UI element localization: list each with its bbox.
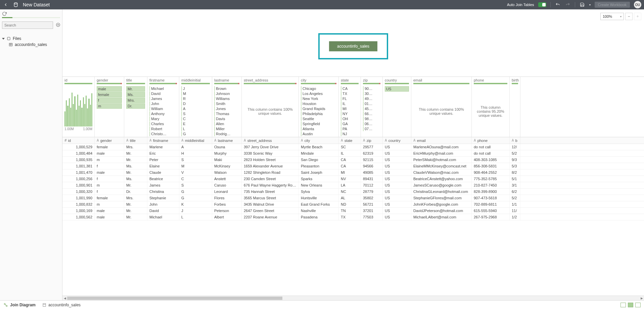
profile-email[interactable]: emailThis column contains 100% unique va… [411,77,472,137]
top-value[interactable]: Miller [214,126,239,131]
table-row[interactable]: 1,001,381fMs.ElaineMMcKinsey1659 Alexand… [62,163,644,169]
column-header-firstname[interactable]: Afirstname [147,137,179,144]
scroll-right-icon[interactable]: ▶ [639,297,644,300]
top-value[interactable]: OH [341,116,359,121]
table-row[interactable]: 1,000,484maleMr.EricHMurphy3338 Scenic W… [62,150,644,157]
top-value[interactable]: G [181,132,210,136]
top-value[interactable]: D [181,101,210,106]
tab-join-diagram[interactable]: Join Diagram [3,303,36,307]
view-mode-1[interactable] [620,303,626,307]
table-row[interactable]: 1,001,990femaleMrs.StephanieGFlores3565 … [62,195,644,201]
scrollbar-thumb[interactable] [67,297,282,300]
table-row[interactable]: 1,000,935mMr.PeterSMaki2823 Holden Stree… [62,157,644,163]
top-value[interactable]: 06… [363,121,380,126]
table-row[interactable]: 1,000,169maleMr.DavidJPeterson2647 Green… [62,208,644,214]
column-header-state[interactable]: Astate [339,137,361,144]
profile-street_address[interactable]: street_addressThis column contains 100% … [242,77,299,137]
top-value[interactable]: Charles [149,121,177,126]
top-value[interactable]: Jones [214,106,239,111]
column-header-middleinitial[interactable]: Amiddleinitial [179,137,212,144]
top-value[interactable]: 98… [363,116,380,121]
top-value[interactable]: M [181,91,210,96]
top-value[interactable]: Houston [301,101,336,106]
top-value[interactable]: Austin [301,132,336,136]
top-value[interactable]: Smith [214,101,239,106]
column-header-city[interactable]: Acity [299,137,339,144]
redo-icon[interactable] [565,2,571,8]
top-value[interactable]: NJ [341,132,359,136]
top-value[interactable]: GA [341,121,359,126]
column-header-country[interactable]: Acountry [383,137,411,144]
profile-state[interactable]: stateCATXFLILMINYOHGAPANJ [339,77,361,137]
top-value[interactable]: IL [341,101,359,106]
avatar[interactable]: OU [634,1,641,8]
top-value[interactable]: 90… [363,86,380,91]
save-caret-icon[interactable]: ▾ [589,3,591,6]
auto-join-toggle[interactable] [538,2,546,7]
top-value[interactable]: Williams [214,96,239,101]
top-value[interactable]: Rodrig… [214,132,239,136]
profile-id[interactable]: id1.00M1.00M [62,77,95,137]
zoom-select[interactable]: 100% ▾ [600,13,624,20]
column-header-email[interactable]: Aemail [411,137,472,144]
top-value[interactable]: New York [301,96,336,101]
top-value[interactable]: US [385,86,409,92]
table-row[interactable]: 1,000,562maleMr.MichaelLAlbert2207 Roane… [62,214,644,220]
top-value[interactable]: A [181,106,210,111]
top-value[interactable]: TX [341,91,359,96]
column-header-title[interactable]: Atitle [124,137,147,144]
top-value[interactable]: Davis [214,116,239,121]
top-value[interactable]: William [149,106,177,111]
create-workbook-button[interactable]: Create Workbook [595,2,630,8]
profile-firstname[interactable]: firstnameMichaelDavidJamesJohnWilliamAnt… [147,77,179,137]
column-header-lastname[interactable]: Alastname [212,137,242,144]
top-value[interactable]: Dr. [126,103,145,109]
top-value[interactable]: Christo… [149,132,177,136]
column-header-id[interactable]: #id [62,137,95,144]
top-value[interactable]: L [181,126,210,131]
top-value[interactable]: Johnson [214,91,239,96]
top-value[interactable]: CA [341,86,359,91]
top-value[interactable]: f [97,98,122,103]
top-value[interactable]: Atlanta [301,126,336,131]
table-row[interactable]: 1,000,256fMs.BeatriceCAnstett230 Camden … [62,176,644,182]
top-value[interactable]: 49… [363,96,380,101]
table-row[interactable]: 1,000,901mMr.JamesSCaruso676 Paul Wayne … [62,182,644,189]
top-value[interactable]: James [149,96,177,101]
table-row[interactable]: 1,000,832mMr.JohnKForbes3435 Walnut Driv… [62,201,644,208]
top-value[interactable]: J [181,86,210,91]
column-header-gender[interactable]: Agender [95,137,124,144]
top-value[interactable]: 01… [363,101,380,106]
profile-zip[interactable]: zip90…30…49…01…45…66…98…06…07… [361,77,383,137]
column-header-street_address[interactable]: Astreet_address [242,137,299,144]
add-icon[interactable] [56,22,60,28]
top-value[interactable]: R [181,96,210,101]
top-value[interactable]: MI [341,106,359,111]
profile-middleinitial[interactable]: middleinitialJMRDASCELG [179,77,212,137]
top-value[interactable]: PA [341,126,359,131]
profile-lastname[interactable]: lastnameBrownJohnsonWilliamsSmithJonesTh… [212,77,242,137]
top-value[interactable]: Los Angeles [301,91,336,96]
top-value[interactable]: 30… [363,91,380,96]
zoom-in-button[interactable]: + [634,13,641,20]
profile-city[interactable]: cityChicagoLos AngelesNew YorkHoustonGra… [299,77,339,137]
profile-birth[interactable]: birth [510,77,520,137]
top-value[interactable]: Grand Rapids [301,106,336,111]
top-value[interactable]: female [97,92,122,97]
profile-gender[interactable]: gendermalefemalefm [95,77,124,137]
top-value[interactable]: NY [341,111,359,116]
top-value[interactable]: 66… [363,111,380,116]
top-value[interactable]: S [181,111,210,116]
top-value[interactable]: Thomas [214,111,239,116]
top-value[interactable]: Philadelphia [301,111,336,116]
top-value[interactable]: Brown [214,86,239,91]
top-value[interactable]: 07… [363,126,380,131]
top-value[interactable]: Mrs. [126,98,145,103]
profile-title[interactable]: titleMr.Ms.Mrs.Dr. [124,77,147,137]
save-icon[interactable] [579,2,585,8]
diagram-canvas[interactable]: 100% ▾ − + accountinfo_sales [62,9,644,76]
top-value[interactable]: David [149,91,177,96]
horizontal-scrollbar[interactable]: ◀ ▶ [62,296,644,300]
column-header-b[interactable]: Ab [510,137,520,144]
top-value[interactable]: Anthony [149,111,177,116]
